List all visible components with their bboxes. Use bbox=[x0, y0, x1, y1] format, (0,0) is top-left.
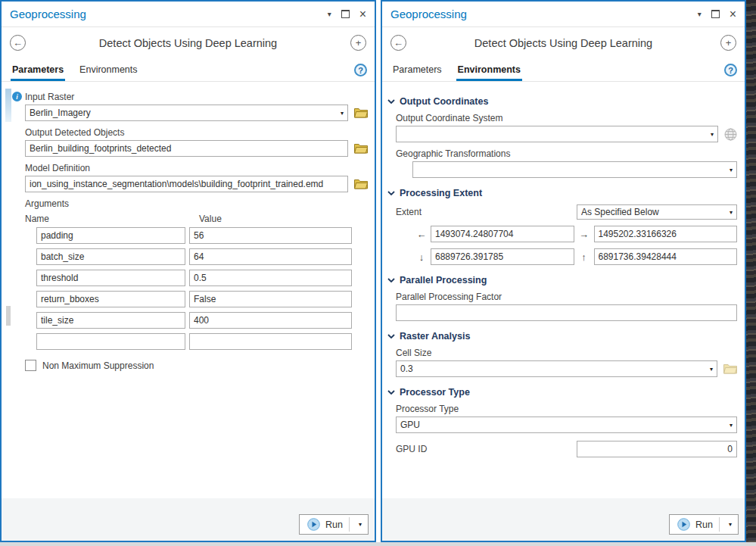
chevron-down-icon bbox=[387, 334, 395, 339]
browse-folder-icon[interactable] bbox=[354, 143, 368, 154]
tab-bar: Parameters Environments ? bbox=[2, 58, 375, 82]
tab-bar: Parameters Environments ? bbox=[382, 58, 745, 82]
section-header-raster-analysis[interactable]: Raster Analysis bbox=[387, 331, 745, 342]
row-drag-handle[interactable] bbox=[6, 306, 11, 326]
tab-parameters[interactable]: Parameters bbox=[391, 64, 443, 81]
pane-menu-caret-icon[interactable]: ▾ bbox=[328, 11, 331, 18]
table-row bbox=[36, 227, 375, 244]
pane-menu-caret-icon[interactable]: ▾ bbox=[698, 11, 702, 18]
globe-icon[interactable] bbox=[724, 128, 737, 141]
run-play-icon bbox=[677, 518, 690, 531]
chevron-down-icon[interactable]: ▾ bbox=[711, 131, 714, 138]
pane-footer: Run ▾ bbox=[2, 498, 375, 541]
cell-size-combobox[interactable]: 0.3 ▾ bbox=[396, 360, 717, 377]
browse-folder-icon[interactable] bbox=[723, 363, 737, 374]
back-button[interactable]: ← bbox=[390, 35, 406, 51]
argument-name-input[interactable] bbox=[36, 312, 185, 329]
extent-left-input[interactable] bbox=[431, 226, 574, 242]
chevron-down-icon[interactable]: ▾ bbox=[730, 209, 733, 216]
input-raster-group: i Input Raster Berlin_Imagery ▾ bbox=[25, 92, 368, 121]
argument-name-input[interactable] bbox=[36, 291, 185, 307]
run-options-caret-icon[interactable]: ▾ bbox=[355, 521, 366, 528]
argument-value-input[interactable] bbox=[189, 227, 352, 244]
extent-top-input[interactable] bbox=[594, 248, 738, 265]
model-definition-input[interactable] bbox=[25, 176, 348, 192]
parameters-content: i Input Raster Berlin_Imagery ▾ Output D… bbox=[2, 82, 375, 371]
arrow-left-icon: ← bbox=[416, 229, 427, 240]
tool-title: Detect Objects Using Deep Learning bbox=[406, 37, 720, 49]
run-button[interactable]: Run ▾ bbox=[299, 514, 369, 535]
arrow-up-icon: ↑ bbox=[578, 251, 590, 263]
input-raster-label: Input Raster bbox=[25, 92, 368, 102]
extent-mode-value: As Specified Below bbox=[581, 207, 726, 217]
argument-value-input[interactable] bbox=[189, 312, 352, 329]
argument-value-input[interactable] bbox=[189, 333, 352, 350]
add-to-model-button[interactable]: + bbox=[350, 35, 366, 51]
ocs-combobox[interactable]: ▾ bbox=[396, 126, 718, 142]
arrow-down-icon: ↓ bbox=[416, 251, 427, 263]
run-button[interactable]: Run ▾ bbox=[669, 514, 739, 535]
cell-size-label: Cell Size bbox=[396, 348, 737, 358]
parallel-factor-input[interactable] bbox=[396, 304, 737, 321]
section-header-processor-type[interactable]: Processor Type bbox=[387, 387, 745, 398]
cell-size-value: 0.3 bbox=[400, 363, 707, 374]
browse-folder-icon[interactable] bbox=[354, 179, 368, 189]
arguments-value-header: Value bbox=[199, 214, 222, 224]
argument-value-input[interactable] bbox=[189, 291, 352, 307]
section-title: Processing Extent bbox=[400, 188, 482, 198]
restore-icon[interactable] bbox=[711, 10, 720, 18]
chevron-down-icon[interactable]: ▾ bbox=[730, 167, 733, 173]
tab-environments[interactable]: Environments bbox=[456, 64, 522, 81]
add-to-model-button[interactable]: + bbox=[720, 35, 736, 51]
section-header-output-coordinates[interactable]: Output Coordinates bbox=[387, 96, 745, 107]
chevron-down-icon[interactable]: ▾ bbox=[730, 422, 733, 429]
processor-type-combobox[interactable]: GPU ▾ bbox=[396, 417, 737, 433]
pane-titlebar: Geoprocessing ▾ × bbox=[382, 2, 745, 27]
argument-name-input[interactable] bbox=[36, 227, 185, 244]
argument-value-input[interactable] bbox=[189, 270, 352, 286]
extent-right-input[interactable] bbox=[594, 226, 738, 242]
gpu-id-label: GPU ID bbox=[396, 444, 577, 454]
browse-folder-icon[interactable] bbox=[354, 108, 368, 118]
argument-name-input[interactable] bbox=[36, 270, 185, 286]
section-parallel-processing: Parallel Processing Parallel Processing … bbox=[382, 275, 745, 321]
close-icon[interactable]: × bbox=[730, 8, 736, 20]
section-output-coordinates: Output Coordinates Output Coordinate Sys… bbox=[382, 96, 745, 178]
section-processing-extent: Processing Extent Extent As Specified Be… bbox=[382, 188, 745, 265]
back-button[interactable]: ← bbox=[10, 35, 26, 51]
input-raster-combobox[interactable]: Berlin_Imagery ▾ bbox=[25, 105, 348, 121]
tab-environments[interactable]: Environments bbox=[78, 64, 138, 81]
info-icon[interactable]: i bbox=[12, 92, 22, 101]
environments-content: Output Coordinates Output Coordinate Sys… bbox=[382, 82, 745, 457]
tab-parameters[interactable]: Parameters bbox=[11, 64, 65, 81]
processor-type-value: GPU bbox=[400, 420, 726, 430]
gpu-id-input[interactable] bbox=[577, 441, 737, 457]
extent-grid: ← → ↓ ↑ bbox=[416, 226, 737, 265]
chevron-down-icon bbox=[387, 278, 395, 282]
parallel-factor-group: Parallel Processing Factor bbox=[396, 292, 737, 321]
nms-checkbox-row: Non Maximum Suppression bbox=[25, 360, 375, 371]
restore-icon[interactable] bbox=[341, 10, 350, 18]
nms-checkbox[interactable] bbox=[25, 360, 36, 371]
close-icon[interactable]: × bbox=[359, 8, 366, 20]
argument-name-input[interactable] bbox=[36, 248, 185, 265]
tool-title: Detect Objects Using Deep Learning bbox=[26, 37, 350, 49]
extent-bottom-input[interactable] bbox=[431, 248, 574, 265]
help-icon[interactable]: ? bbox=[354, 64, 367, 76]
gt-combobox[interactable]: ▾ bbox=[412, 161, 737, 178]
output-objects-label: Output Detected Objects bbox=[25, 127, 368, 138]
run-options-caret-icon[interactable]: ▾ bbox=[725, 521, 736, 528]
chevron-down-icon[interactable]: ▾ bbox=[341, 110, 344, 117]
argument-value-input[interactable] bbox=[189, 248, 352, 265]
run-button-label: Run bbox=[695, 519, 713, 530]
section-header-parallel-processing[interactable]: Parallel Processing bbox=[387, 275, 745, 285]
chevron-down-icon[interactable]: ▾ bbox=[710, 366, 713, 373]
help-icon[interactable]: ? bbox=[724, 64, 737, 76]
run-play-icon bbox=[307, 518, 320, 531]
extent-label: Extent bbox=[396, 207, 577, 217]
output-objects-input[interactable] bbox=[25, 140, 348, 157]
section-raster-analysis: Raster Analysis Cell Size 0.3 ▾ bbox=[382, 331, 745, 377]
argument-name-input[interactable] bbox=[36, 333, 185, 350]
extent-mode-combobox[interactable]: As Specified Below ▾ bbox=[577, 204, 737, 220]
section-header-processing-extent[interactable]: Processing Extent bbox=[387, 188, 745, 198]
